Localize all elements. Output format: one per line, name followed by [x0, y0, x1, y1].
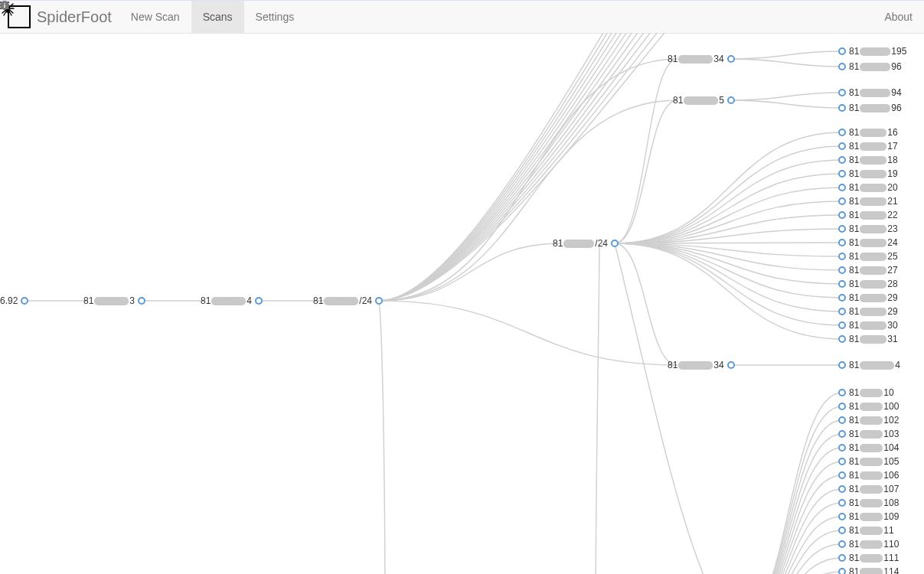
node-mid-child[interactable]: 8124 [838, 237, 898, 248]
node-root[interactable]: 6.92 [0, 295, 28, 306]
nav-settings-label: Settings [256, 11, 295, 23]
navbar: SpiderFoot New Scan Scans Settings i Abo… [0, 0, 924, 34]
node-lower-child[interactable]: 81109 [838, 511, 899, 522]
node-lower-child[interactable]: 81107 [838, 484, 899, 494]
node-lower-child[interactable]: 81100 [838, 401, 899, 412]
node-lower-child[interactable]: 8111 [838, 525, 894, 536]
brand-text: SpiderFoot [37, 8, 112, 26]
spider-logo-icon [8, 5, 31, 28]
node-lower-child[interactable]: 81108 [838, 497, 899, 508]
node-branch-b-child[interactable]: 8196 [838, 103, 902, 113]
brand[interactable]: SpiderFoot [0, 1, 119, 33]
nav-right: i About [873, 1, 924, 33]
graph-stage[interactable]: 6.9281381481/2481/2481348119581968158194… [0, 33, 924, 574]
node-mid-child[interactable]: 8125 [838, 251, 898, 262]
node-branch-c[interactable]: 8134 [668, 360, 735, 370]
node-lower-child[interactable]: 8110 [838, 387, 894, 398]
node-branch-a-child[interactable]: 8196 [838, 61, 902, 72]
node-mid-child[interactable]: 8123 [838, 223, 898, 234]
node-lower-child[interactable]: 81102 [838, 415, 899, 426]
node-chain-2[interactable]: 814 [201, 295, 263, 306]
node-mid-child[interactable]: 8122 [838, 210, 898, 220]
node-branch-b[interactable]: 815 [673, 95, 735, 106]
node-branch-a[interactable]: 8134 [668, 54, 735, 64]
node-mid[interactable]: 81/24 [553, 238, 619, 249]
info-icon: i [0, 1, 9, 10]
nav-new-scan-label: New Scan [131, 11, 180, 23]
node-chain-3[interactable]: 81/24 [313, 295, 383, 306]
node-mid-child[interactable]: 8119 [838, 168, 898, 179]
node-lower-child[interactable]: 81111 [838, 553, 899, 563]
node-mid-child[interactable]: 8120 [838, 182, 898, 193]
node-mid-child[interactable]: 8129 [838, 306, 898, 317]
node-mid-child[interactable]: 8127 [838, 265, 898, 276]
node-mid-child[interactable]: 8131 [838, 334, 898, 344]
node-lower-child[interactable]: 81103 [838, 429, 899, 439]
node-branch-a-child[interactable]: 81195 [838, 46, 906, 57]
nav-about[interactable]: i About [873, 1, 924, 33]
node-mid-child[interactable]: 8128 [838, 279, 898, 289]
nav-new-scan[interactable]: New Scan [119, 1, 191, 33]
node-branch-c-child[interactable]: 814 [838, 360, 900, 370]
nav-about-label: About [884, 11, 913, 23]
node-mid-child[interactable]: 8129 [838, 292, 898, 303]
nav-settings[interactable]: Settings [244, 1, 306, 33]
node-lower-child[interactable]: 81114 [838, 566, 899, 574]
node-lower-child[interactable]: 81104 [838, 442, 899, 453]
node-chain-1[interactable]: 813 [83, 295, 145, 306]
node-lower-child[interactable]: 81105 [838, 456, 899, 467]
nav-left: New Scan Scans Settings [119, 1, 305, 33]
nav-scans[interactable]: Scans [191, 1, 244, 33]
node-lower-child[interactable]: 81106 [838, 470, 899, 481]
node-mid-child[interactable]: 8130 [838, 320, 898, 331]
node-branch-b-child[interactable]: 8194 [838, 87, 902, 98]
node-mid-child[interactable]: 8121 [838, 196, 898, 207]
node-mid-child[interactable]: 8116 [838, 127, 898, 138]
node-lower-child[interactable]: 81110 [838, 539, 899, 550]
node-mid-child[interactable]: 8117 [838, 141, 898, 152]
node-mid-child[interactable]: 8118 [838, 155, 898, 165]
nav-scans-label: Scans [203, 11, 233, 23]
